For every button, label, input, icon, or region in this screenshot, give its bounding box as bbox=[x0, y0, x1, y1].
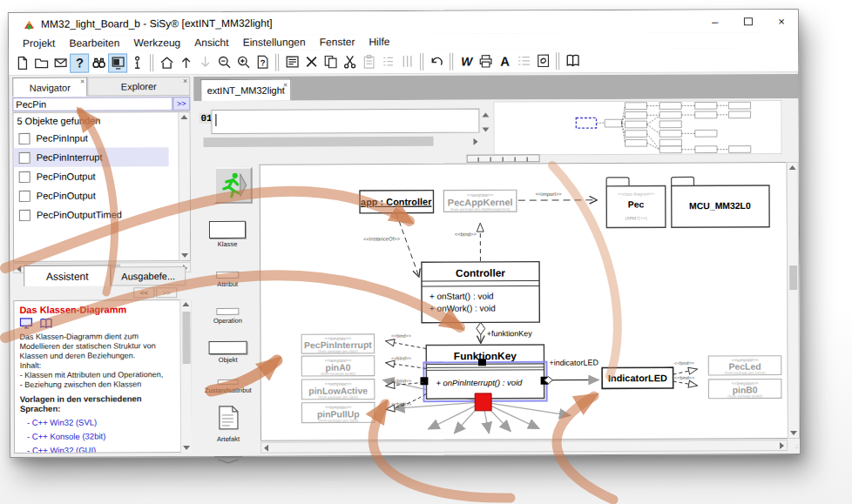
close-icon[interactable]: × bbox=[283, 81, 287, 90]
checkbox[interactable] bbox=[19, 209, 30, 220]
copy-icon[interactable] bbox=[321, 52, 340, 71]
right-template-classes[interactable]: <<template>> PecLed (from package pec.In… bbox=[708, 356, 781, 399]
menu-ansicht[interactable]: Ansicht bbox=[187, 37, 235, 49]
open-icon[interactable] bbox=[31, 53, 51, 72]
book-icon[interactable] bbox=[38, 318, 53, 329]
zoom-out-icon[interactable] bbox=[214, 52, 233, 71]
package-pec[interactable]: <<class diagram>> Pec (ARM C++) bbox=[606, 178, 666, 228]
list-item[interactable]: PecPinOutputTimed bbox=[14, 205, 169, 225]
delete-icon[interactable] bbox=[301, 52, 321, 71]
documentation-icon[interactable] bbox=[563, 51, 582, 71]
template-link-cpp-konsole[interactable]: - C++ Konsole (32bit) bbox=[27, 431, 177, 441]
class-funktionkey[interactable]: FunktionKey + onPinInterrupt() : void bbox=[426, 345, 544, 399]
edit-sheet-icon[interactable] bbox=[282, 52, 301, 71]
tool-objekt[interactable]: Objekt bbox=[207, 341, 249, 364]
info-icon[interactable] bbox=[127, 53, 146, 72]
close-button[interactable]: × bbox=[765, 10, 798, 32]
tool-attribut[interactable]: Attribut bbox=[206, 272, 248, 288]
font-icon[interactable]: A bbox=[495, 51, 514, 71]
tool-operation[interactable]: Operation bbox=[206, 308, 248, 325]
minimize-button[interactable]: – bbox=[699, 10, 732, 32]
left-template-classes[interactable]: <<template>> PecPinInterrupt (from packa… bbox=[301, 334, 375, 423]
diagram-canvas[interactable]: app : Controller <<template>> PecAppKern… bbox=[260, 162, 788, 441]
close-icon[interactable]: × bbox=[183, 77, 187, 84]
assistant-back-button[interactable]: << bbox=[133, 287, 154, 298]
cut-icon[interactable] bbox=[340, 52, 359, 71]
code-input[interactable] bbox=[211, 109, 479, 134]
composition-funktionkey[interactable]: +funktionKey bbox=[477, 322, 532, 343]
scroll-right-button[interactable] bbox=[470, 137, 479, 146]
svg-text:<<class diagram>>: <<class diagram>> bbox=[618, 192, 654, 197]
home-icon[interactable] bbox=[157, 53, 176, 72]
class-controller[interactable]: Controller + onStart() : void + onWork()… bbox=[422, 262, 539, 323]
template-link-cpp-win32-gui[interactable]: - C++ Win32 (GUI) bbox=[27, 445, 177, 454]
instanceof-dependency[interactable] bbox=[396, 213, 419, 278]
search-input[interactable] bbox=[12, 97, 172, 111]
scroll-down-button[interactable] bbox=[481, 123, 490, 132]
bind-connectors-left[interactable] bbox=[386, 341, 427, 410]
word-export-icon[interactable]: W bbox=[456, 51, 476, 71]
search-button[interactable]: >> bbox=[172, 97, 190, 111]
refresh-icon[interactable] bbox=[533, 51, 552, 71]
close-icon[interactable]: × bbox=[80, 78, 85, 85]
list-icon bbox=[378, 52, 397, 71]
results-scrollbar[interactable] bbox=[178, 112, 190, 260]
assistant-forward-button[interactable]: >> bbox=[156, 287, 177, 298]
tab-assistent[interactable]: Assistent bbox=[24, 265, 111, 286]
menu-bearbeiten[interactable]: Bearbeiten bbox=[62, 37, 126, 49]
tab-ausgabefenster[interactable]: Ausgabefe... bbox=[111, 266, 186, 286]
assistant-scrollbar[interactable] bbox=[179, 299, 192, 453]
undo-icon[interactable] bbox=[427, 51, 446, 71]
template-link-cpp-win32-svl[interactable]: - C++ Win32 (SVL) bbox=[27, 417, 177, 427]
new-document-icon[interactable] bbox=[12, 53, 31, 72]
tab-explorer[interactable]: Explorer× bbox=[87, 77, 190, 97]
menu-fenster[interactable]: Fenster bbox=[313, 36, 362, 48]
svg-text:<<bind>>: <<bind>> bbox=[391, 356, 411, 361]
tool-klasse[interactable]: Klasse bbox=[206, 221, 248, 248]
drag-source-handle[interactable] bbox=[475, 393, 491, 411]
tab-extint-mm32light[interactable]: extINT_MM32light× bbox=[200, 79, 291, 101]
scroll-up-button[interactable] bbox=[481, 111, 490, 120]
diagram-help-icon[interactable]: ? bbox=[253, 52, 272, 71]
menu-werkzeug[interactable]: Werkzeug bbox=[126, 37, 187, 49]
tool-zustandsattribut[interactable]: Zustandsattribut bbox=[200, 380, 256, 394]
menu-projekt[interactable]: Projekt bbox=[16, 37, 62, 50]
help-icon[interactable]: ? bbox=[70, 53, 89, 72]
list-item[interactable]: PecPinOutput bbox=[14, 166, 169, 186]
list-item[interactable]: PecPinInput bbox=[13, 128, 168, 148]
class-indicatorled[interactable]: IndicatorLED bbox=[602, 367, 673, 388]
tab-navigator[interactable]: Navigator× bbox=[12, 77, 87, 97]
checkbox[interactable] bbox=[19, 151, 30, 163]
find-icon[interactable] bbox=[89, 53, 108, 72]
zoom-in-icon[interactable] bbox=[233, 52, 253, 71]
menu-hilfe[interactable]: Hilfe bbox=[362, 36, 396, 48]
class-pecappkernel[interactable]: <<template>> PecAppKernel (from package … bbox=[443, 190, 517, 212]
package-mcu-mm32l0[interactable]: MCU_MM32L0 bbox=[672, 177, 770, 227]
tool-artefakt[interactable]: Artefakt bbox=[207, 406, 249, 443]
run-button[interactable] bbox=[214, 167, 253, 204]
resize-grip[interactable]: .: bbox=[795, 443, 798, 449]
checkbox[interactable] bbox=[18, 132, 30, 144]
menu-einstellungen[interactable]: Einstellungen bbox=[236, 36, 313, 48]
palette-collapse-chevron[interactable] bbox=[211, 456, 246, 464]
checkbox[interactable] bbox=[19, 190, 30, 201]
association-indicatorled[interactable]: +indicatorLED bbox=[544, 359, 598, 384]
svg-text:+ onStart() : void: + onStart() : void bbox=[429, 292, 494, 301]
screen-icon[interactable] bbox=[19, 318, 33, 329]
maximize-button[interactable] bbox=[732, 10, 765, 32]
list-item-selected[interactable]: PecPinInterrupt bbox=[14, 147, 169, 167]
model-overview-minimap[interactable] bbox=[493, 100, 781, 155]
print-icon[interactable] bbox=[476, 51, 495, 71]
zoom-slider[interactable] bbox=[467, 154, 540, 162]
list-item[interactable]: PecPinOutput bbox=[14, 185, 169, 205]
svg-text:(from package pec.Gpio): (from package pec.Gpio) bbox=[318, 349, 358, 353]
canvas-hscrollbar[interactable]: .: bbox=[260, 440, 788, 454]
navigate-up-icon[interactable] bbox=[176, 53, 195, 72]
checkbox[interactable] bbox=[19, 171, 30, 182]
object-app-controller[interactable]: app : Controller bbox=[360, 191, 434, 213]
mail-icon[interactable] bbox=[51, 53, 70, 72]
code-hscrollbar[interactable] bbox=[204, 137, 434, 147]
screen-editor-icon[interactable] bbox=[108, 53, 127, 72]
canvas-vscrollbar[interactable] bbox=[787, 162, 800, 439]
toolbar-separator bbox=[420, 52, 423, 70]
